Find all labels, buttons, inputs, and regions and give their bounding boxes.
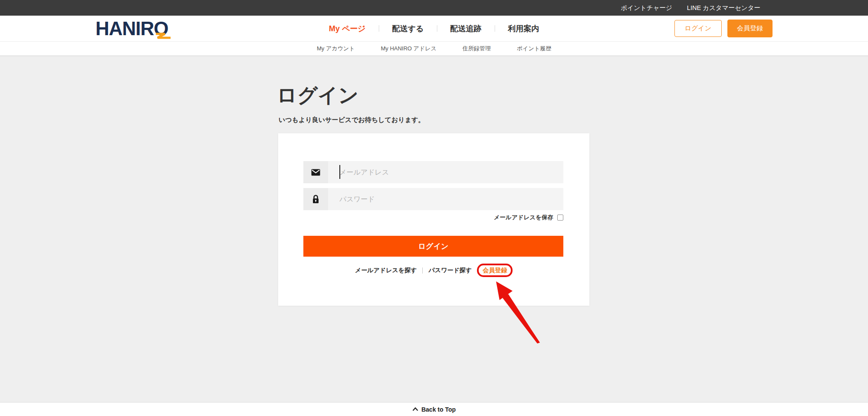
remember-email-checkbox[interactable] [557, 215, 563, 221]
main-nav: My ページ 配送する 配送追跡 利用案内 [329, 23, 539, 34]
subnav-item-my-account[interactable]: My アカウント [317, 45, 355, 53]
signup-link[interactable]: 会員登録 [483, 267, 507, 274]
email-field-row [303, 161, 563, 183]
login-card: メールアドレスを保存 ログイン メールアドレスを探す パスワード探す 会員登録 [278, 133, 589, 306]
find-password-link[interactable]: パスワード探す [428, 267, 472, 274]
password-field-row [303, 188, 563, 210]
subnav-item-point-history[interactable]: ポイント履歴 [517, 45, 551, 53]
haniro-logo[interactable]: HANIRO [95, 19, 168, 38]
remember-email-row: メールアドレスを保存 [494, 214, 563, 221]
topbar-link-point-charge[interactable]: ポイントチャージ [621, 4, 672, 12]
links-separator [422, 267, 423, 274]
subnav-item-my-haniro-address[interactable]: My HANIRO アドレス [381, 45, 436, 53]
logo-lightning-icon [154, 33, 172, 40]
page-title: ログイン [277, 82, 358, 109]
mail-icon [303, 161, 328, 183]
header-signup-button[interactable]: 会員登録 [727, 20, 773, 37]
signup-link-annotation-box[interactable]: 会員登録 [477, 264, 513, 277]
password-input[interactable] [328, 188, 563, 210]
nav-item-ship[interactable]: 配送する [392, 23, 424, 34]
header: HANIRO My ページ 配送する 配送追跡 利用案内 ログイン 会員登録 [0, 16, 868, 42]
subnav: My アカウント My HANIRO アドレス 住所録管理 ポイント履歴 [0, 42, 868, 56]
remember-email-label: メールアドレスを保存 [494, 214, 553, 221]
find-email-link[interactable]: メールアドレスを探す [355, 267, 417, 274]
topbar: ポイントチャージ LINE カスタマーセンター [0, 0, 868, 16]
nav-item-guide[interactable]: 利用案内 [508, 23, 539, 34]
nav-separator [494, 25, 495, 32]
nav-item-tracking[interactable]: 配送追跡 [450, 23, 481, 34]
haniro-login-page: ポイントチャージ LINE カスタマーセンター HANIRO My ページ 配送… [0, 0, 868, 416]
header-actions: ログイン 会員登録 [674, 20, 773, 37]
main-content: ログイン いつもより良いサービスでお待ちしております。 [0, 56, 868, 402]
lock-icon [303, 188, 328, 210]
nav-separator [437, 25, 437, 32]
email-input[interactable] [328, 161, 563, 183]
topbar-link-line-customer-center[interactable]: LINE カスタマーセンター [687, 4, 760, 12]
back-to-top-label: Back to Top [421, 406, 456, 413]
subnav-item-address-book[interactable]: 住所録管理 [463, 45, 491, 53]
chevron-up-icon [412, 407, 418, 411]
helper-links-row: メールアドレスを探す パスワード探す 会員登録 [278, 264, 589, 277]
page-subtitle: いつもより良いサービスでお待ちしております。 [279, 116, 424, 124]
nav-separator [379, 25, 379, 32]
text-caret [339, 165, 340, 179]
login-submit-button[interactable]: ログイン [303, 236, 563, 257]
back-to-top[interactable]: Back to Top [0, 402, 868, 416]
header-login-button[interactable]: ログイン [674, 20, 722, 37]
nav-item-my-page[interactable]: My ページ [329, 23, 366, 34]
